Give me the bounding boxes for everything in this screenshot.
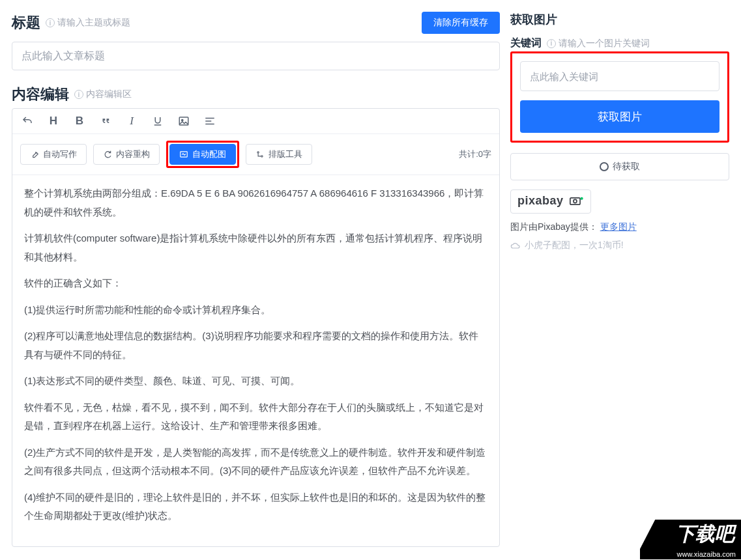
pending-label: 待获取: [613, 161, 640, 173]
title-label: 标题: [12, 13, 40, 33]
article-title-input[interactable]: [12, 42, 500, 70]
image-credit: 图片由Pixabay提供： 更多图片: [510, 221, 729, 233]
svg-point-10: [574, 199, 577, 203]
editor-container: H B I 自动写作: [12, 108, 500, 547]
info-icon: i: [547, 39, 556, 48]
info-icon: i: [74, 90, 83, 99]
title-hint: i 请输入主题或标题: [46, 17, 130, 29]
right-column: 获取图片 关键词 i 请输入一个图片关键词 获取图片 待获取 pixabay 图…: [510, 12, 729, 547]
layout-tools-label: 排版工具: [269, 148, 302, 160]
cloud-icon: [510, 242, 521, 249]
editor-paragraph: (1)提供运行时所需功能和性能的命令或计算机程序集合。: [24, 301, 487, 320]
bold-icon[interactable]: B: [72, 114, 87, 128]
keyword-hint-text: 请输入一个图片关键词: [559, 38, 650, 49]
svg-point-2: [182, 119, 183, 120]
keyword-hint: i 请输入一个图片关键词: [547, 38, 650, 49]
svg-point-11: [581, 197, 583, 200]
pixabay-badge: pixabay: [510, 189, 591, 214]
char-count: 共计:0字: [459, 148, 491, 160]
fetch-image-button[interactable]: 获取图片: [520, 100, 719, 133]
circle-icon: [600, 162, 609, 171]
content-rebuild-label: 内容重构: [116, 148, 150, 160]
format-toolbar: H B I: [12, 109, 499, 134]
editor-paragraph: 整个计算机系统由两部分组成：E.69DA 5 E 6 BA 9062616964…: [24, 184, 487, 221]
fetch-image-highlight-box: 获取图片: [510, 51, 729, 143]
editor-paragraph: 计算机软件(computer software)是指计算机系统中除硬件以外的所有…: [24, 229, 487, 266]
credit-prefix: 图片由Pixabay提供：: [510, 221, 598, 232]
camera-icon: [570, 195, 584, 209]
title-hint-text: 请输入主题或标题: [57, 17, 130, 29]
content-label: 内容编辑: [12, 85, 69, 104]
pending-status: 待获取: [510, 153, 729, 180]
auto-write-button[interactable]: 自动写作: [20, 144, 87, 165]
editor-paragraph: (1)表达形式不同的硬件类型、颜色、味道、可见、可摸、可闻。: [24, 372, 487, 391]
fetch-image-header: 获取图片: [510, 12, 729, 27]
tip-text: 小虎子配图，一次1淘币!: [525, 240, 624, 251]
tip-line: 小虎子配图，一次1淘币!: [510, 240, 729, 251]
content-rebuild-button[interactable]: 内容重构: [93, 144, 160, 165]
info-icon: i: [46, 18, 55, 27]
auto-image-label: 自动配图: [192, 148, 226, 160]
watermark: 下载吧 www.xiazaiba.com: [640, 520, 741, 560]
clear-cache-button[interactable]: 清除所有缓存: [422, 12, 500, 34]
more-images-link[interactable]: 更多图片: [600, 221, 637, 232]
svg-point-7: [257, 152, 259, 153]
editor-content[interactable]: 整个计算机系统由两部分组成：E.69DA 5 E 6 BA 9062616964…: [12, 175, 499, 546]
auto-image-button[interactable]: 自动配图: [169, 144, 236, 165]
auto-image-highlight: 自动配图: [166, 141, 239, 168]
svg-point-8: [261, 156, 263, 157]
editor-paragraph: 软件的正确含义如下：: [24, 274, 487, 293]
fetch-image-title: 获取图片: [510, 12, 557, 27]
content-section-header: 内容编辑 i 内容编辑区: [12, 85, 500, 104]
editor-paragraph: (4)维护不同的硬件是旧的，理论上软件是旧的，并不坏，但实际上软件也是旧的和坏的…: [24, 488, 487, 525]
image-icon[interactable]: [177, 114, 191, 128]
editor-paragraph: 软件看不见，无色，枯燥，看不见，摸不到，闻不到。软件大部分存在于人们的头脑或纸上…: [24, 399, 487, 436]
keyword-input[interactable]: [520, 61, 719, 91]
left-column: 标题 i 请输入主题或标题 清除所有缓存 内容编辑 i 内容编辑区 H B: [12, 12, 500, 547]
undo-icon[interactable]: [20, 114, 35, 128]
keyword-header: 关键词 i 请输入一个图片关键词: [510, 36, 729, 50]
heading-icon[interactable]: H: [46, 114, 61, 128]
svg-rect-9: [570, 198, 580, 204]
underline-icon[interactable]: [151, 114, 165, 128]
editor-paragraph: (2)生产方式不同的软件是开发，是人类智能的高发挥，而不是传统意义上的硬件制造。…: [24, 443, 487, 481]
content-hint: i 内容编辑区: [74, 89, 132, 100]
align-left-icon[interactable]: [203, 114, 217, 128]
editor-paragraph: (2)程序可以满意地处理信息的数据结构。(3)说明程序功能要求和程序需要的文档的…: [24, 327, 487, 364]
watermark-main: 下载吧: [640, 520, 741, 549]
quote-icon[interactable]: [98, 114, 113, 128]
action-toolbar: 自动写作 内容重构 自动配图 排版工具 共计:0字: [12, 134, 499, 175]
watermark-sub: www.xiazaiba.com: [640, 549, 741, 559]
content-hint-text: 内容编辑区: [86, 89, 132, 100]
auto-write-label: 自动写作: [43, 148, 77, 160]
layout-tools-button[interactable]: 排版工具: [246, 144, 312, 165]
title-section-header: 标题 i 请输入主题或标题 清除所有缓存: [12, 12, 500, 34]
italic-icon[interactable]: I: [124, 114, 139, 128]
keyword-label: 关键词: [510, 36, 542, 50]
pixabay-label: pixabay: [517, 194, 564, 207]
